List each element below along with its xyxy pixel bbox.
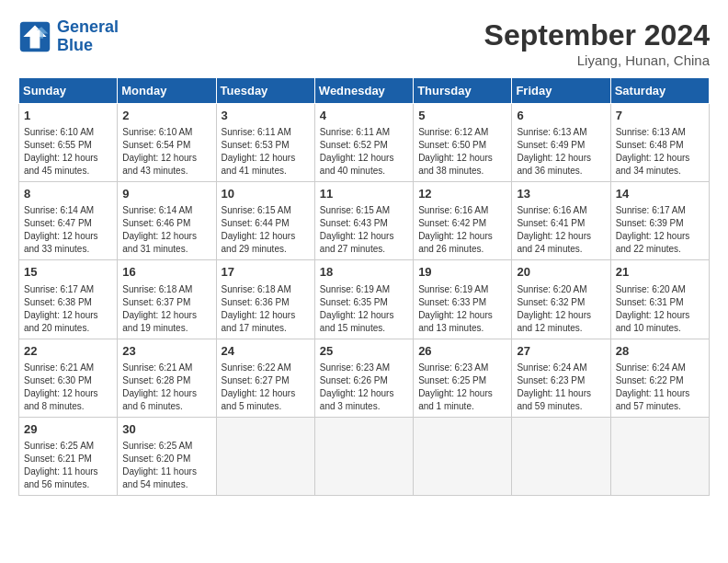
day-info: Sunrise: 6:23 AM Sunset: 6:26 PM Dayligh… <box>320 362 408 413</box>
day-number: 21 <box>616 264 704 281</box>
day-number: 27 <box>517 343 605 360</box>
day-info: Sunrise: 6:16 AM Sunset: 6:42 PM Dayligh… <box>418 204 506 256</box>
calendar-day-cell: 14Sunrise: 6:17 AM Sunset: 6:39 PM Dayli… <box>610 182 709 260</box>
day-info: Sunrise: 6:13 AM Sunset: 6:49 PM Dayligh… <box>517 126 605 178</box>
day-number: 19 <box>418 264 506 281</box>
calendar-day-cell: 7Sunrise: 6:13 AM Sunset: 6:48 PM Daylig… <box>610 104 709 182</box>
day-info: Sunrise: 6:22 AM Sunset: 6:27 PM Dayligh… <box>222 362 310 413</box>
calendar-day-cell: 27Sunrise: 6:24 AM Sunset: 6:23 PM Dayli… <box>512 339 610 417</box>
logo-icon <box>18 20 51 53</box>
logo: General Blue <box>18 18 119 55</box>
day-number: 15 <box>24 264 112 281</box>
month-title: September 2024 <box>484 18 710 52</box>
day-info: Sunrise: 6:24 AM Sunset: 6:23 PM Dayligh… <box>517 362 605 413</box>
day-number: 20 <box>517 264 605 281</box>
calendar-day-cell: 12Sunrise: 6:16 AM Sunset: 6:42 PM Dayli… <box>414 182 512 260</box>
day-number: 13 <box>517 186 605 202</box>
day-info: Sunrise: 6:20 AM Sunset: 6:32 PM Dayligh… <box>517 283 605 335</box>
day-info: Sunrise: 6:18 AM Sunset: 6:36 PM Dayligh… <box>222 283 310 335</box>
day-of-week-header: Wednesday <box>314 78 413 104</box>
day-info: Sunrise: 6:14 AM Sunset: 6:46 PM Dayligh… <box>122 204 210 256</box>
day-info: Sunrise: 6:10 AM Sunset: 6:54 PM Dayligh… <box>122 126 210 178</box>
day-info: Sunrise: 6:18 AM Sunset: 6:37 PM Dayligh… <box>122 283 210 335</box>
day-number: 29 <box>24 421 112 438</box>
calendar-day-cell: 28Sunrise: 6:24 AM Sunset: 6:22 PM Dayli… <box>610 339 709 417</box>
calendar-day-cell <box>314 417 413 495</box>
day-info: Sunrise: 6:16 AM Sunset: 6:41 PM Dayligh… <box>517 204 605 256</box>
day-of-week-header: Tuesday <box>216 78 314 104</box>
calendar-day-cell: 21Sunrise: 6:20 AM Sunset: 6:31 PM Dayli… <box>610 260 709 339</box>
day-number: 28 <box>616 343 704 360</box>
day-number: 3 <box>222 108 310 124</box>
day-of-week-header: Saturday <box>610 78 709 104</box>
day-info: Sunrise: 6:15 AM Sunset: 6:44 PM Dayligh… <box>222 204 310 256</box>
day-info: Sunrise: 6:20 AM Sunset: 6:31 PM Dayligh… <box>616 283 704 335</box>
calendar-day-cell <box>414 417 512 495</box>
day-info: Sunrise: 6:15 AM Sunset: 6:43 PM Dayligh… <box>320 204 408 256</box>
day-info: Sunrise: 6:21 AM Sunset: 6:30 PM Dayligh… <box>24 362 112 413</box>
day-number: 7 <box>616 108 704 124</box>
day-number: 24 <box>222 343 310 360</box>
day-number: 14 <box>616 186 704 202</box>
calendar-week-row: 22Sunrise: 6:21 AM Sunset: 6:30 PM Dayli… <box>19 339 710 417</box>
day-info: Sunrise: 6:13 AM Sunset: 6:48 PM Dayligh… <box>616 126 704 178</box>
day-number: 18 <box>320 264 408 281</box>
day-info: Sunrise: 6:24 AM Sunset: 6:22 PM Dayligh… <box>616 362 704 413</box>
day-number: 8 <box>24 186 112 202</box>
day-number: 22 <box>24 343 112 360</box>
day-info: Sunrise: 6:25 AM Sunset: 6:20 PM Dayligh… <box>122 440 210 491</box>
calendar-day-cell: 22Sunrise: 6:21 AM Sunset: 6:30 PM Dayli… <box>19 339 118 417</box>
calendar-day-cell: 30Sunrise: 6:25 AM Sunset: 6:20 PM Dayli… <box>118 417 216 495</box>
calendar-day-cell: 23Sunrise: 6:21 AM Sunset: 6:28 PM Dayli… <box>118 339 216 417</box>
calendar-day-cell: 2Sunrise: 6:10 AM Sunset: 6:54 PM Daylig… <box>118 104 216 182</box>
day-info: Sunrise: 6:14 AM Sunset: 6:47 PM Dayligh… <box>24 204 112 256</box>
day-number: 11 <box>320 186 408 202</box>
day-number: 12 <box>418 186 506 202</box>
calendar-day-cell: 3Sunrise: 6:11 AM Sunset: 6:53 PM Daylig… <box>216 104 314 182</box>
calendar-day-cell: 17Sunrise: 6:18 AM Sunset: 6:36 PM Dayli… <box>216 260 314 339</box>
day-info: Sunrise: 6:19 AM Sunset: 6:33 PM Dayligh… <box>418 283 506 335</box>
calendar-day-cell: 10Sunrise: 6:15 AM Sunset: 6:44 PM Dayli… <box>216 182 314 260</box>
calendar-day-cell: 25Sunrise: 6:23 AM Sunset: 6:26 PM Dayli… <box>314 339 413 417</box>
day-number: 26 <box>418 343 506 360</box>
day-number: 10 <box>222 186 310 202</box>
calendar-day-cell: 13Sunrise: 6:16 AM Sunset: 6:41 PM Dayli… <box>512 182 610 260</box>
day-number: 4 <box>320 108 408 124</box>
day-info: Sunrise: 6:17 AM Sunset: 6:39 PM Dayligh… <box>616 204 704 256</box>
day-info: Sunrise: 6:17 AM Sunset: 6:38 PM Dayligh… <box>24 283 112 335</box>
calendar-day-cell: 19Sunrise: 6:19 AM Sunset: 6:33 PM Dayli… <box>414 260 512 339</box>
calendar-day-cell: 26Sunrise: 6:23 AM Sunset: 6:25 PM Dayli… <box>414 339 512 417</box>
day-info: Sunrise: 6:23 AM Sunset: 6:25 PM Dayligh… <box>418 362 506 413</box>
day-info: Sunrise: 6:10 AM Sunset: 6:55 PM Dayligh… <box>24 126 112 178</box>
day-number: 6 <box>517 108 605 124</box>
calendar-day-cell: 20Sunrise: 6:20 AM Sunset: 6:32 PM Dayli… <box>512 260 610 339</box>
calendar-day-cell: 15Sunrise: 6:17 AM Sunset: 6:38 PM Dayli… <box>19 260 118 339</box>
calendar-week-row: 1Sunrise: 6:10 AM Sunset: 6:55 PM Daylig… <box>19 104 710 182</box>
calendar-header-row: SundayMondayTuesdayWednesdayThursdayFrid… <box>19 78 710 104</box>
calendar-day-cell: 8Sunrise: 6:14 AM Sunset: 6:47 PM Daylig… <box>19 182 118 260</box>
day-number: 2 <box>122 108 210 124</box>
day-number: 9 <box>122 186 210 202</box>
logo-text: General Blue <box>57 18 119 55</box>
calendar-table: SundayMondayTuesdayWednesdayThursdayFrid… <box>18 77 710 496</box>
calendar-day-cell: 29Sunrise: 6:25 AM Sunset: 6:21 PM Dayli… <box>19 417 118 495</box>
day-of-week-header: Monday <box>118 78 216 104</box>
day-number: 17 <box>222 264 310 281</box>
calendar-day-cell: 18Sunrise: 6:19 AM Sunset: 6:35 PM Dayli… <box>314 260 413 339</box>
day-number: 30 <box>122 421 210 438</box>
calendar-day-cell: 9Sunrise: 6:14 AM Sunset: 6:46 PM Daylig… <box>118 182 216 260</box>
calendar-day-cell <box>512 417 610 495</box>
calendar-day-cell: 24Sunrise: 6:22 AM Sunset: 6:27 PM Dayli… <box>216 339 314 417</box>
day-info: Sunrise: 6:25 AM Sunset: 6:21 PM Dayligh… <box>24 440 112 491</box>
calendar-day-cell: 6Sunrise: 6:13 AM Sunset: 6:49 PM Daylig… <box>512 104 610 182</box>
day-number: 5 <box>418 108 506 124</box>
day-info: Sunrise: 6:11 AM Sunset: 6:53 PM Dayligh… <box>222 126 310 178</box>
calendar-day-cell: 5Sunrise: 6:12 AM Sunset: 6:50 PM Daylig… <box>414 104 512 182</box>
day-number: 16 <box>122 264 210 281</box>
day-info: Sunrise: 6:12 AM Sunset: 6:50 PM Dayligh… <box>418 126 506 178</box>
day-number: 23 <box>122 343 210 360</box>
calendar-day-cell <box>610 417 709 495</box>
location: Liyang, Hunan, China <box>484 52 710 68</box>
day-info: Sunrise: 6:21 AM Sunset: 6:28 PM Dayligh… <box>122 362 210 413</box>
calendar-week-row: 29Sunrise: 6:25 AM Sunset: 6:21 PM Dayli… <box>19 417 710 495</box>
